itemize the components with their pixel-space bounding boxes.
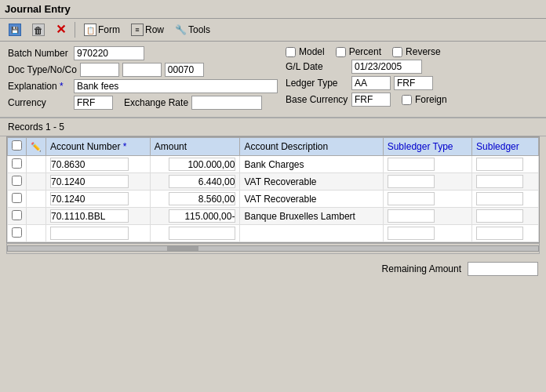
row-edit-cell	[27, 208, 46, 225]
row-edit-cell	[27, 173, 46, 191]
currency-row: Currency FRF Exchange Rate	[8, 96, 278, 110]
journal-table: ✏️ Account Number Amount Account Descrip…	[7, 137, 539, 242]
row-button[interactable]: ≡ Row	[127, 21, 168, 38]
batch-number-input[interactable]: 970220	[74, 46, 144, 60]
edit-header-icon: ✏️	[31, 142, 42, 151]
ledger-type-input1[interactable]: AA	[351, 76, 391, 90]
percent-checkbox[interactable]	[336, 47, 346, 57]
cell-account-description: VAT Recoverable	[240, 173, 383, 191]
gl-date-input[interactable]: 01/23/2005	[351, 60, 422, 74]
reverse-checkbox-row: Reverse	[392, 46, 441, 57]
row-checkbox[interactable]	[12, 210, 22, 220]
subledger-type-input[interactable]	[388, 175, 435, 188]
subledger-type-input[interactable]	[388, 209, 435, 223]
reverse-checkbox[interactable]	[392, 47, 402, 57]
foreign-label: Foreign	[415, 94, 447, 105]
remaining-amount-label: Remaining Amount	[382, 263, 461, 274]
row-checkbox[interactable]	[12, 158, 22, 169]
cell-account-number	[46, 191, 151, 208]
row-edit-cell	[27, 156, 46, 173]
form-left: Batch Number 970220 Doc Type/No/Co Expla…	[8, 46, 278, 112]
scrollbar-thumb[interactable]	[167, 246, 198, 251]
horizontal-scrollbar[interactable]	[6, 243, 540, 254]
explanation-input[interactable]: Bank fees	[74, 79, 278, 93]
doc-type-input1[interactable]	[80, 63, 119, 77]
subledger-input[interactable]	[476, 227, 523, 240]
row-checkbox-cell[interactable]	[8, 173, 27, 191]
account-number-input[interactable]	[50, 192, 129, 205]
remaining-amount-input[interactable]	[468, 262, 538, 276]
foreign-checkbox[interactable]	[402, 95, 412, 105]
subledger-input[interactable]	[476, 158, 523, 171]
table-row: Bank Charges	[8, 156, 539, 173]
amount-input[interactable]	[169, 192, 235, 205]
account-number-input[interactable]	[50, 158, 129, 171]
amount-input[interactable]	[169, 209, 235, 223]
cell-subledger-type	[383, 173, 471, 191]
table-body: Bank ChargesVAT RecoverableVAT Recoverab…	[8, 156, 539, 242]
account-number-input[interactable]	[50, 227, 129, 240]
row-checkbox[interactable]	[12, 227, 22, 238]
exchange-rate-input[interactable]	[191, 96, 262, 110]
doc-type-input3[interactable]	[165, 63, 204, 77]
toolbar-sep-1	[75, 22, 75, 38]
row-checkbox-cell[interactable]	[8, 225, 27, 242]
select-all-checkbox[interactable]	[12, 140, 22, 151]
amount-input[interactable]	[169, 227, 235, 240]
explanation-label: Explanation	[8, 81, 71, 92]
row-checkbox[interactable]	[12, 193, 22, 203]
model-checkbox[interactable]	[286, 47, 296, 57]
row-checkbox-cell[interactable]	[8, 191, 27, 208]
cancel-icon: ✕	[56, 24, 66, 36]
subledger-type-input[interactable]	[388, 158, 435, 171]
ledger-type-row: Ledger Type AA FRF	[286, 76, 538, 90]
page-title: Journal Entry	[5, 3, 71, 15]
cell-account-description: VAT Recoverable	[240, 191, 383, 208]
scrollbar-track[interactable]	[7, 245, 539, 252]
form-right: Model Percent Reverse G/L Date 01/23/200…	[286, 46, 538, 112]
explanation-row: Explanation Bank fees	[8, 79, 278, 93]
cell-account-description	[240, 225, 383, 242]
exchange-rate-label: Exchange Rate	[124, 97, 188, 108]
cell-account-number	[46, 156, 151, 173]
percent-label: Percent	[349, 46, 381, 57]
doc-type-label: Doc Type/No/Co	[8, 64, 77, 75]
form-button[interactable]: 📋 Form	[80, 21, 124, 38]
doc-type-input2[interactable]	[122, 63, 162, 77]
cell-amount	[150, 191, 240, 208]
ledger-type-input2[interactable]: FRF	[394, 76, 433, 90]
reverse-label: Reverse	[406, 46, 441, 57]
subledger-input[interactable]	[476, 175, 523, 188]
th-select-all[interactable]	[8, 138, 27, 156]
form-area: Batch Number 970220 Doc Type/No/Co Expla…	[0, 42, 546, 117]
cell-account-description: Banque Bruxelles Lambert	[240, 208, 383, 225]
account-number-input[interactable]	[50, 209, 129, 223]
account-number-input[interactable]	[50, 175, 129, 188]
gl-date-row: G/L Date 01/23/2005	[286, 60, 538, 74]
cell-account-number	[46, 208, 151, 225]
cancel-button[interactable]: ✕	[52, 21, 70, 38]
row-icon: ≡	[131, 24, 144, 36]
cell-amount	[150, 225, 240, 242]
base-currency-input[interactable]: FRF	[351, 93, 391, 107]
subledger-input[interactable]	[476, 192, 523, 205]
delete-button[interactable]: 🗑	[28, 21, 49, 38]
row-checkbox-cell[interactable]	[8, 156, 27, 173]
currency-input[interactable]: FRF	[74, 96, 113, 110]
subledger-input[interactable]	[476, 209, 523, 223]
tools-icon: 🔧	[175, 24, 187, 35]
tools-button[interactable]: 🔧 Tools	[171, 22, 214, 38]
amount-input[interactable]	[169, 175, 235, 188]
save-button[interactable]: 💾	[5, 21, 25, 38]
row-checkbox-cell[interactable]	[8, 208, 27, 225]
subledger-type-input[interactable]	[388, 227, 435, 240]
ledger-type-label: Ledger Type	[286, 78, 348, 89]
cell-amount	[150, 156, 240, 173]
table-row	[8, 225, 539, 242]
subledger-type-input[interactable]	[388, 192, 435, 205]
amount-input[interactable]	[169, 158, 235, 171]
row-checkbox[interactable]	[12, 176, 22, 186]
cell-amount	[150, 173, 240, 191]
cell-subledger-type	[383, 225, 471, 242]
checkboxes-row: Model Percent Reverse	[286, 46, 538, 57]
